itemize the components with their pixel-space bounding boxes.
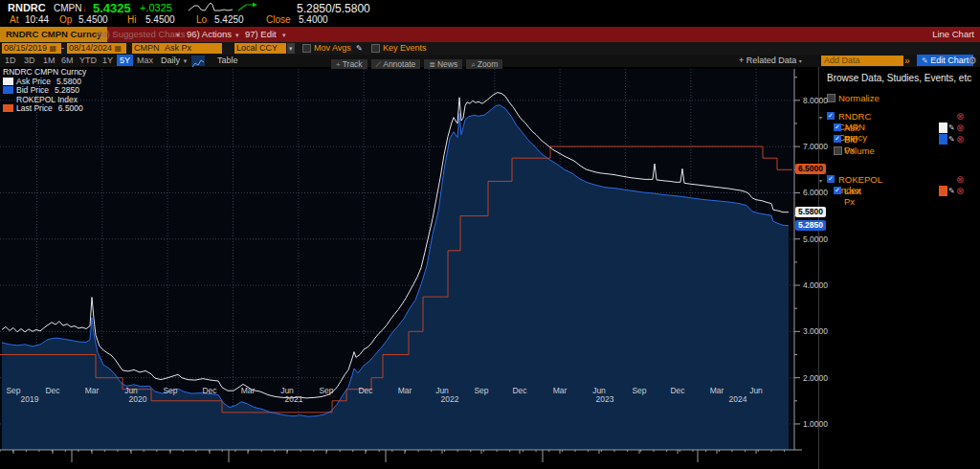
currency-select[interactable]: Local CCY bbox=[234, 43, 286, 54]
period-tab-1m[interactable]: 1M bbox=[40, 55, 58, 67]
pencil-icon[interactable]: ✎ bbox=[948, 186, 955, 196]
normalize-checkbox[interactable] bbox=[827, 94, 835, 102]
frequency-select[interactable]: Daily ▼ bbox=[161, 55, 188, 68]
security-tab[interactable]: RNDRC CMPN Curncy bbox=[0, 27, 107, 42]
remove-icon[interactable]: ⊗ bbox=[956, 186, 964, 196]
date-range-dash: - bbox=[61, 43, 64, 53]
group-checkbox[interactable]: ✓ bbox=[827, 112, 835, 120]
currency-dropdown-button[interactable]: ▾ bbox=[287, 43, 295, 54]
chart-plot-area[interactable]: RNDRC CMPN Curncy Ask Price5.5800 Bid Pr… bbox=[0, 67, 819, 469]
price-chart-svg[interactable] bbox=[0, 67, 819, 469]
pricing-source-button[interactable]: CMPN bbox=[132, 43, 163, 54]
x-axis-month-label: Mar bbox=[392, 386, 417, 395]
x-axis-month-label: Sep bbox=[469, 386, 494, 395]
period-tab-5y-active[interactable]: 5Y bbox=[117, 55, 133, 66]
y-axis-label: 5.0000 bbox=[803, 234, 828, 244]
menu-bar: RNDRC CMPN Curncy 94) Suggested Charts ▾… bbox=[0, 27, 980, 42]
x-axis-month-label: Dec bbox=[507, 386, 532, 395]
date-to-input[interactable]: 08/14/2024 ▦ bbox=[67, 43, 126, 54]
table-button[interactable]: Table bbox=[217, 55, 238, 67]
remove-icon[interactable]: ⊗ bbox=[956, 123, 964, 133]
y-axis-label: 8.0000 bbox=[803, 96, 828, 105]
x-axis-year-label: 2022 bbox=[435, 394, 464, 404]
related-data-button[interactable]: + Related Data ▾ bbox=[739, 55, 802, 68]
bloomberg-terminal-window: RNDRC CMPN ↓ 5.4325 +.0325 5.2850/5.5800… bbox=[0, 0, 980, 469]
gear-icon[interactable]: ⚙ bbox=[968, 55, 977, 67]
line-chart-type-icon[interactable] bbox=[191, 56, 205, 66]
item-color-swatch[interactable] bbox=[939, 123, 947, 133]
mov-avgs-checkbox[interactable] bbox=[302, 44, 311, 53]
bid-ask-quote: 5.2850/5.5800 bbox=[297, 2, 370, 15]
item-color-swatch[interactable] bbox=[939, 134, 947, 145]
bid-swatch bbox=[3, 86, 13, 94]
period-tab-ytd[interactable]: YTD bbox=[77, 55, 100, 67]
x-axis-month-label: Sep bbox=[158, 386, 183, 395]
add-data-input[interactable]: Add Data bbox=[821, 56, 903, 66]
item-checkbox[interactable] bbox=[834, 146, 842, 155]
x-axis-month-label: Mar bbox=[235, 386, 260, 395]
x-axis-month-label: Sep bbox=[627, 386, 652, 395]
x-axis-month-label: Mar bbox=[547, 386, 572, 395]
period-tab-3d[interactable]: 3D bbox=[21, 55, 38, 67]
menu-edit[interactable]: 97) Edit bbox=[245, 27, 277, 42]
key-events-checkbox[interactable] bbox=[371, 44, 380, 53]
item-checkbox[interactable]: ✓ bbox=[834, 187, 841, 194]
x-axis-month-label: Dec bbox=[197, 386, 222, 395]
item-color-swatch[interactable] bbox=[939, 186, 947, 196]
axis-price-badge: 5.5800 bbox=[795, 207, 826, 217]
intraday-sparkline-icon bbox=[189, 2, 233, 13]
price-down-arrow-icon: ↓ bbox=[82, 3, 87, 13]
close-value: 5.4000 bbox=[299, 14, 328, 25]
period-tab-6m[interactable]: 6M bbox=[58, 55, 77, 67]
ticker: RNDRC bbox=[8, 2, 46, 13]
pencil-icon[interactable]: ✎ bbox=[948, 134, 955, 145]
x-axis-month-label: Dec bbox=[665, 386, 690, 395]
menu-suggested-charts[interactable]: 94) Suggested Charts bbox=[97, 27, 185, 42]
item-label[interactable]: Volume bbox=[844, 145, 875, 156]
legend-last-row: Last Price6.5000 bbox=[3, 104, 86, 114]
normalize-label[interactable]: Normalize bbox=[838, 93, 880, 103]
y-axis-label: 6.0000 bbox=[803, 188, 828, 197]
browse-data-title: Browse Data, Studies, Events, etc bbox=[827, 73, 971, 83]
low-label: Lo bbox=[196, 14, 207, 25]
price-change: +.0325 bbox=[140, 2, 172, 13]
low-value: 5.4250 bbox=[214, 14, 244, 25]
expander-icon[interactable]: ▾ bbox=[819, 113, 822, 123]
field-select-button[interactable]: Ask Px bbox=[163, 43, 222, 54]
quote-source: CMPN bbox=[54, 3, 81, 13]
chevrons-icon[interactable]: » bbox=[904, 55, 910, 67]
last-price: 5.4325 bbox=[93, 1, 131, 15]
pencil-icon[interactable]: ✎ bbox=[948, 123, 955, 133]
remove-icon[interactable]: ⊗ bbox=[956, 174, 964, 185]
calendar-icon: ▦ bbox=[50, 43, 57, 54]
item-checkbox[interactable]: ✓ bbox=[834, 135, 841, 143]
y-axis-label: 3.0000 bbox=[803, 326, 828, 336]
mov-avgs-label[interactable]: Mov Avgs bbox=[314, 42, 351, 55]
x-axis-year-label: 2020 bbox=[123, 394, 152, 404]
date-from-input[interactable]: 08/15/2019 ▦ bbox=[2, 43, 61, 54]
menu-actions[interactable]: 96) Actions bbox=[187, 27, 232, 42]
edit-chart-button[interactable]: ✎ Edit Chart bbox=[917, 55, 973, 66]
dropdown-icon: ▼ bbox=[183, 58, 189, 64]
x-axis-year-label: 2021 bbox=[279, 394, 308, 404]
toolbar-row-1: 08/15/2019 ▦ - 08/14/2024 ▦ CMPN Ask Px … bbox=[0, 42, 980, 55]
remove-icon[interactable]: ⊗ bbox=[956, 111, 964, 122]
item-label[interactable]: Last Px bbox=[844, 186, 861, 207]
remove-icon[interactable]: ⊗ bbox=[956, 134, 964, 145]
open-value: 5.4500 bbox=[78, 14, 108, 25]
period-tab-max[interactable]: Max bbox=[134, 55, 156, 67]
dropdown-icon: ▾ bbox=[282, 32, 286, 39]
y-axis-label: 7.0000 bbox=[803, 142, 828, 151]
key-events-label[interactable]: Key Events bbox=[383, 42, 427, 55]
ask-swatch bbox=[3, 78, 13, 85]
at-time: 10:44 bbox=[25, 14, 49, 25]
y-axis-label: 4.0000 bbox=[803, 280, 828, 290]
high-label: Hi bbox=[127, 14, 136, 25]
expander-icon[interactable]: ▾ bbox=[819, 176, 822, 187]
group-checkbox[interactable]: ✓ bbox=[827, 175, 835, 183]
period-tab-1d[interactable]: 1D bbox=[2, 55, 19, 67]
period-tab-1y[interactable]: 1Y bbox=[100, 55, 116, 67]
trend-arrow-icon bbox=[238, 2, 259, 13]
item-checkbox[interactable]: ✓ bbox=[834, 123, 841, 131]
pencil-icon[interactable]: ✎ bbox=[356, 42, 363, 55]
